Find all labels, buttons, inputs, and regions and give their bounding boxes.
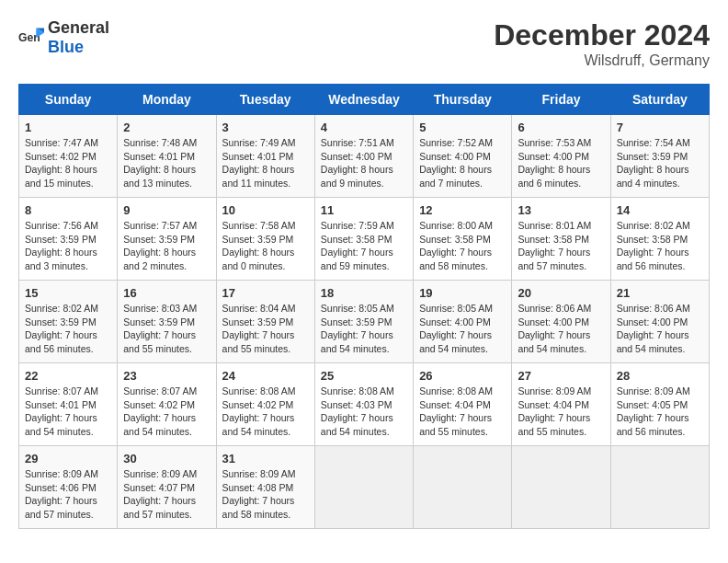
- calendar-cell: 22Sunrise: 8:07 AM Sunset: 4:01 PM Dayli…: [19, 363, 118, 446]
- day-number: 9: [123, 203, 210, 217]
- day-number: 28: [617, 369, 703, 383]
- day-info: Sunrise: 8:05 AM Sunset: 3:59 PM Dayligh…: [321, 302, 407, 356]
- day-info: Sunrise: 7:59 AM Sunset: 3:58 PM Dayligh…: [321, 219, 407, 273]
- day-number: 14: [617, 203, 703, 217]
- day-info: Sunrise: 7:58 AM Sunset: 3:59 PM Dayligh…: [222, 219, 309, 273]
- day-number: 2: [123, 121, 210, 134]
- calendar-cell: 18Sunrise: 8:05 AM Sunset: 3:59 PM Dayli…: [314, 281, 413, 363]
- day-number: 17: [222, 286, 309, 300]
- calendar-cell: 28Sunrise: 8:09 AM Sunset: 4:05 PM Dayli…: [610, 363, 709, 446]
- calendar-cell: 10Sunrise: 7:58 AM Sunset: 3:59 PM Dayli…: [216, 198, 314, 281]
- calendar-cell: 29Sunrise: 8:09 AM Sunset: 4:06 PM Dayli…: [19, 446, 118, 529]
- day-info: Sunrise: 8:06 AM Sunset: 4:00 PM Dayligh…: [617, 302, 703, 356]
- day-number: 13: [518, 203, 604, 217]
- logo-general-text: General: [48, 18, 109, 37]
- calendar-cell: 31Sunrise: 8:09 AM Sunset: 4:08 PM Dayli…: [216, 446, 314, 529]
- day-info: Sunrise: 8:08 AM Sunset: 4:02 PM Dayligh…: [222, 385, 309, 439]
- calendar-cell: 14Sunrise: 8:02 AM Sunset: 3:58 PM Dayli…: [610, 198, 709, 281]
- calendar-cell: [314, 446, 413, 529]
- day-number: 7: [617, 121, 703, 134]
- logo: Gen General Blue: [18, 18, 109, 57]
- day-info: Sunrise: 8:03 AM Sunset: 3:59 PM Dayligh…: [123, 302, 210, 356]
- calendar-week-2: 8Sunrise: 7:56 AM Sunset: 3:59 PM Daylig…: [19, 198, 710, 281]
- calendar-cell: 15Sunrise: 8:02 AM Sunset: 3:59 PM Dayli…: [19, 281, 118, 363]
- day-number: 23: [123, 369, 210, 383]
- weekday-header-monday: Monday: [118, 85, 216, 115]
- weekday-header-row: SundayMondayTuesdayWednesdayThursdayFrid…: [19, 85, 710, 115]
- day-info: Sunrise: 8:02 AM Sunset: 3:59 PM Dayligh…: [25, 302, 111, 356]
- day-info: Sunrise: 7:57 AM Sunset: 3:59 PM Dayligh…: [123, 219, 210, 273]
- day-info: Sunrise: 8:01 AM Sunset: 3:58 PM Dayligh…: [518, 219, 604, 273]
- day-info: Sunrise: 8:07 AM Sunset: 4:02 PM Dayligh…: [123, 385, 210, 439]
- calendar-cell: 3Sunrise: 7:49 AM Sunset: 4:01 PM Daylig…: [216, 115, 314, 198]
- calendar-cell: 7Sunrise: 7:54 AM Sunset: 3:59 PM Daylig…: [610, 115, 709, 198]
- day-number: 1: [25, 121, 111, 134]
- calendar-cell: 13Sunrise: 8:01 AM Sunset: 3:58 PM Dayli…: [512, 198, 610, 281]
- weekday-header-wednesday: Wednesday: [314, 85, 413, 115]
- day-info: Sunrise: 8:09 AM Sunset: 4:08 PM Dayligh…: [222, 467, 309, 522]
- calendar-cell: 26Sunrise: 8:08 AM Sunset: 4:04 PM Dayli…: [414, 363, 512, 446]
- day-info: Sunrise: 7:54 AM Sunset: 3:59 PM Dayligh…: [617, 136, 703, 190]
- calendar-week-5: 29Sunrise: 8:09 AM Sunset: 4:06 PM Dayli…: [19, 446, 710, 529]
- day-info: Sunrise: 7:51 AM Sunset: 4:00 PM Dayligh…: [321, 136, 407, 190]
- day-number: 15: [25, 286, 111, 300]
- day-info: Sunrise: 8:05 AM Sunset: 4:00 PM Dayligh…: [419, 302, 506, 356]
- day-info: Sunrise: 7:47 AM Sunset: 4:02 PM Dayligh…: [25, 136, 111, 190]
- weekday-header-thursday: Thursday: [414, 85, 512, 115]
- logo-blue-text: Blue: [48, 38, 84, 56]
- day-number: 22: [25, 369, 111, 383]
- day-number: 5: [419, 121, 506, 134]
- calendar-cell: 16Sunrise: 8:03 AM Sunset: 3:59 PM Dayli…: [118, 281, 216, 363]
- day-info: Sunrise: 8:08 AM Sunset: 4:04 PM Dayligh…: [419, 385, 506, 439]
- calendar-cell: 23Sunrise: 8:07 AM Sunset: 4:02 PM Dayli…: [118, 363, 216, 446]
- calendar-cell: 4Sunrise: 7:51 AM Sunset: 4:00 PM Daylig…: [314, 115, 413, 198]
- day-number: 30: [123, 452, 210, 465]
- calendar-cell: 21Sunrise: 8:06 AM Sunset: 4:00 PM Dayli…: [610, 281, 709, 363]
- calendar-cell: 19Sunrise: 8:05 AM Sunset: 4:00 PM Dayli…: [414, 281, 512, 363]
- calendar-week-4: 22Sunrise: 8:07 AM Sunset: 4:01 PM Dayli…: [19, 363, 710, 446]
- day-info: Sunrise: 8:04 AM Sunset: 3:59 PM Dayligh…: [222, 302, 309, 356]
- day-number: 25: [321, 369, 407, 383]
- day-info: Sunrise: 8:07 AM Sunset: 4:01 PM Dayligh…: [25, 385, 111, 439]
- day-info: Sunrise: 8:02 AM Sunset: 3:58 PM Dayligh…: [617, 219, 703, 273]
- day-number: 27: [518, 369, 604, 383]
- day-number: 6: [518, 121, 604, 134]
- calendar-cell: [610, 446, 709, 529]
- calendar-cell: 20Sunrise: 8:06 AM Sunset: 4:00 PM Dayli…: [512, 281, 610, 363]
- day-number: 12: [419, 203, 506, 217]
- day-info: Sunrise: 7:53 AM Sunset: 4:00 PM Dayligh…: [518, 136, 604, 190]
- day-info: Sunrise: 8:06 AM Sunset: 4:00 PM Dayligh…: [518, 302, 604, 356]
- day-number: 8: [25, 203, 111, 217]
- calendar-week-3: 15Sunrise: 8:02 AM Sunset: 3:59 PM Dayli…: [19, 281, 710, 363]
- calendar-cell: 24Sunrise: 8:08 AM Sunset: 4:02 PM Dayli…: [216, 363, 314, 446]
- calendar-cell: 30Sunrise: 8:09 AM Sunset: 4:07 PM Dayli…: [118, 446, 216, 529]
- calendar-location: Wilsdruff, Germany: [494, 52, 710, 69]
- calendar-table: SundayMondayTuesdayWednesdayThursdayFrid…: [18, 84, 710, 529]
- calendar-cell: 8Sunrise: 7:56 AM Sunset: 3:59 PM Daylig…: [19, 198, 118, 281]
- day-info: Sunrise: 8:09 AM Sunset: 4:07 PM Dayligh…: [123, 467, 210, 522]
- title-block: December 2024 Wilsdruff, Germany: [494, 18, 710, 69]
- weekday-header-saturday: Saturday: [610, 85, 709, 115]
- day-number: 16: [123, 286, 210, 300]
- calendar-cell: 27Sunrise: 8:09 AM Sunset: 4:04 PM Dayli…: [512, 363, 610, 446]
- calendar-cell: 5Sunrise: 7:52 AM Sunset: 4:00 PM Daylig…: [414, 115, 512, 198]
- day-info: Sunrise: 7:52 AM Sunset: 4:00 PM Dayligh…: [419, 136, 506, 190]
- weekday-header-sunday: Sunday: [19, 85, 118, 115]
- day-info: Sunrise: 7:49 AM Sunset: 4:01 PM Dayligh…: [222, 136, 309, 190]
- day-number: 11: [321, 203, 407, 217]
- day-info: Sunrise: 8:00 AM Sunset: 3:58 PM Dayligh…: [419, 219, 506, 273]
- day-number: 20: [518, 286, 604, 300]
- calendar-cell: 1Sunrise: 7:47 AM Sunset: 4:02 PM Daylig…: [19, 115, 118, 198]
- day-number: 31: [222, 452, 309, 465]
- day-info: Sunrise: 8:08 AM Sunset: 4:03 PM Dayligh…: [321, 385, 407, 439]
- calendar-cell: 11Sunrise: 7:59 AM Sunset: 3:58 PM Dayli…: [314, 198, 413, 281]
- weekday-header-tuesday: Tuesday: [216, 85, 314, 115]
- day-number: 3: [222, 121, 309, 134]
- day-number: 21: [617, 286, 703, 300]
- day-number: 10: [222, 203, 309, 217]
- day-number: 19: [419, 286, 506, 300]
- calendar-cell: [512, 446, 610, 529]
- day-number: 4: [321, 121, 407, 134]
- day-number: 18: [321, 286, 407, 300]
- calendar-cell: 6Sunrise: 7:53 AM Sunset: 4:00 PM Daylig…: [512, 115, 610, 198]
